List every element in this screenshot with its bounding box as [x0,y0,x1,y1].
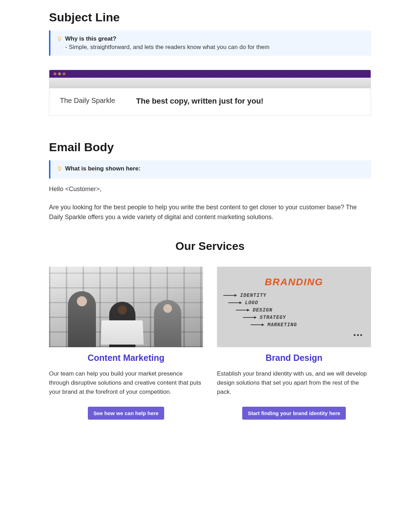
service-title-content-marketing[interactable]: Content Marketing [49,353,203,363]
subject-callout-body: - Simple, straightforward, and lets the … [65,44,365,51]
email-sender: The Daily Sparkle [60,97,115,106]
browser-preview: The Daily Sparkle The best copy, written… [49,70,371,116]
browser-toolbar [49,78,371,88]
branding-image-heading: BRANDING [223,276,365,288]
services-heading: Our Services [49,240,371,253]
window-maximize-dot [63,72,65,75]
service-image-branding: BRANDING IDENTITY LOGO DESIGN STRATEGY M… [217,267,371,347]
subject-callout-title: Why is this great? [65,35,116,42]
email-intro: Are you looking for the best people to h… [49,203,371,222]
body-callout-title: What is being shown here: [65,165,140,172]
subject-heading: Subject Line [49,10,371,24]
branding-item: DESIGN [253,307,272,313]
branding-item: STRATEGY [260,315,286,320]
subject-callout: Why is this great? - Simple, straightfor… [49,30,371,56]
lightbulb-icon [57,36,62,42]
branding-image-list: IDENTITY LOGO DESIGN STRATEGY MARKETING [223,293,365,328]
branding-item: MARKETING [267,322,297,328]
service-image-people [49,267,203,347]
service-desc-content-marketing: Our team can help you build your market … [49,369,203,397]
cta-content-marketing[interactable]: See how we can help here [88,407,164,420]
body-callout: What is being shown here: [49,160,371,178]
cta-brand-design[interactable]: Start finding your brand identity here [242,407,346,420]
email-subject-row: The Daily Sparkle The best copy, written… [49,88,371,115]
window-minimize-dot [58,72,61,75]
browser-titlebar [49,70,371,78]
email-subject-text: The best copy, written just for you! [136,97,264,106]
services-grid: Content Marketing Our team can help you … [49,267,371,420]
email-greeting: Hello <Customer>, [49,186,371,193]
service-content-marketing: Content Marketing Our team can help you … [49,267,203,420]
ellipsis-icon: ••• [354,331,363,339]
service-desc-brand-design: Establish your brand identity with us, a… [217,369,371,397]
service-brand-design: BRANDING IDENTITY LOGO DESIGN STRATEGY M… [217,267,371,420]
body-heading: Email Body [49,140,371,154]
service-title-brand-design[interactable]: Brand Design [217,353,371,363]
lightbulb-icon [57,166,62,172]
branding-item: IDENTITY [240,293,266,298]
window-close-dot [54,72,56,75]
branding-item: LOGO [245,300,258,306]
